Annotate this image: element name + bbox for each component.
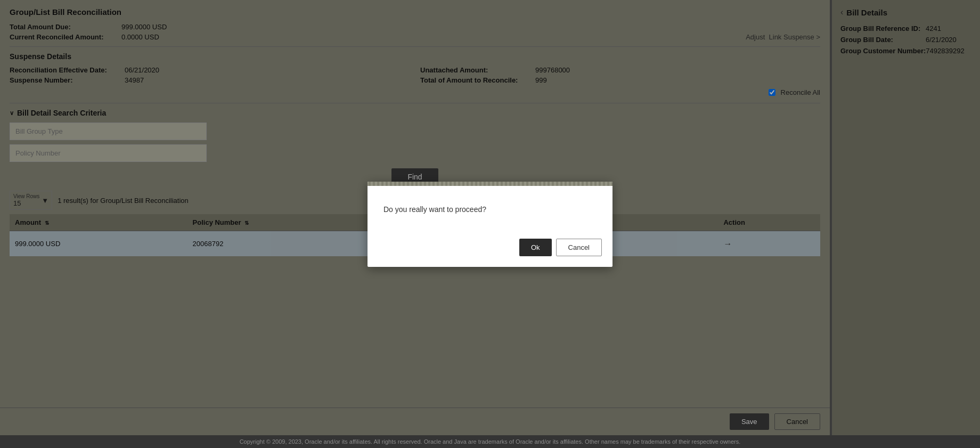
modal-ok-button[interactable]: Ok xyxy=(519,239,552,256)
modal-cancel-button[interactable]: Cancel xyxy=(556,239,602,256)
confirm-dialog: Do you really want to proceed? Ok Cancel xyxy=(368,182,612,267)
modal-header-stripe xyxy=(368,182,612,186)
modal-message: Do you really want to proceed? xyxy=(383,205,486,214)
modal-overlay[interactable]: Do you really want to proceed? Ok Cancel xyxy=(0,0,980,448)
modal-footer: Ok Cancel xyxy=(368,233,612,267)
